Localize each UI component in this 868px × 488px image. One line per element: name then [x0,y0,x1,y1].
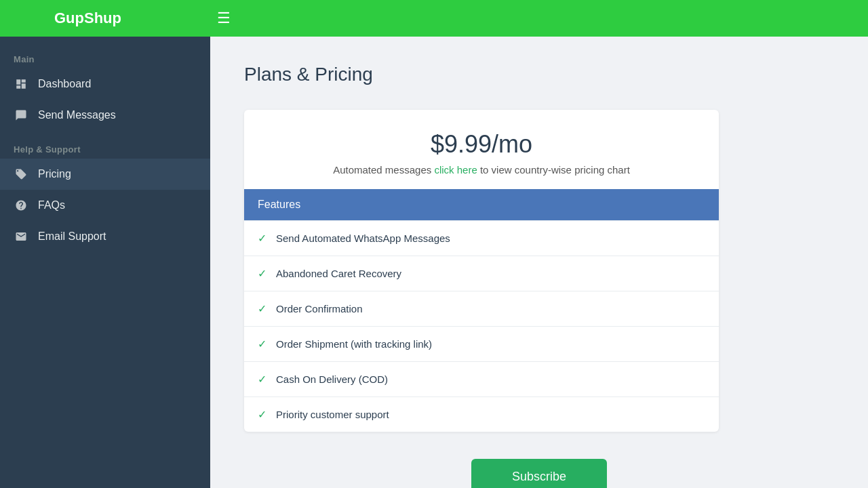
feature-row: ✓ Cash On Delivery (COD) [244,361,719,396]
feature-row: ✓ Order Shipment (with tracking link) [244,326,719,361]
hamburger-icon[interactable]: ☰ [217,9,231,27]
price-header: $9.99/mo Automated messages click here t… [244,110,719,189]
sidebar-help-label: Help & Support [0,138,210,159]
check-icon-6: ✓ [258,408,267,421]
check-icon-3: ✓ [258,302,267,315]
main-layout: Main Dashboard Send Messages Help & Supp… [0,37,868,488]
feature-label-3: Order Confirmation [276,303,363,314]
price-subtitle-before: Automated messages [333,164,434,176]
send-messages-label: Send Messages [38,109,116,121]
top-header: GupShup ☰ [0,0,868,37]
sidebar-item-pricing[interactable]: Pricing [0,159,210,190]
check-icon-4: ✓ [258,338,267,350]
email-icon [14,230,28,243]
check-icon-5: ✓ [258,373,267,386]
feature-row: ✓ Order Confirmation [244,291,719,326]
sidebar: Main Dashboard Send Messages Help & Supp… [0,37,210,488]
pricing-card: $9.99/mo Automated messages click here t… [244,110,719,432]
sidebar-main-label: Main [0,47,210,68]
feature-label-5: Cash On Delivery (COD) [276,373,388,385]
feature-label-2: Abandoned Caret Recovery [276,268,401,279]
email-support-label: Email Support [38,230,106,243]
feature-label-4: Order Shipment (with tracking link) [276,338,432,350]
sidebar-item-dashboard[interactable]: Dashboard [0,68,210,100]
features-header: Features [244,189,719,220]
help-icon [14,199,28,211]
main-content: Plans & Pricing $9.99/mo Automated messa… [210,37,868,488]
click-here-link[interactable]: click here [434,164,477,176]
feature-label-1: Send Automated WhatsApp Messages [276,232,450,244]
feature-label-6: Priority customer support [276,409,389,420]
logo: GupShup [54,9,121,27]
sidebar-item-email-support[interactable]: Email Support [0,221,210,252]
features-table: Features ✓ Send Automated WhatsApp Messa… [244,189,719,432]
dashboard-label: Dashboard [38,78,91,90]
sidebar-item-send-messages[interactable]: Send Messages [0,100,210,131]
feature-row: ✓ Send Automated WhatsApp Messages [244,220,719,256]
feature-row: ✓ Abandoned Caret Recovery [244,256,719,291]
price-subtitle-after: to view country-wise pricing chart [477,164,630,176]
page-title: Plans & Pricing [244,64,834,85]
feature-row: ✓ Priority customer support [244,396,719,432]
price-amount: $9.99/mo [258,130,705,159]
subscribe-section: Subscribe [244,459,834,488]
dashboard-icon [14,78,28,90]
pricing-label: Pricing [38,168,71,180]
price-subtitle: Automated messages click here to view co… [258,164,705,176]
tag-icon [14,168,28,180]
check-icon-1: ✓ [258,232,267,245]
chat-icon [14,109,28,121]
check-icon-2: ✓ [258,267,267,280]
sidebar-item-faqs[interactable]: FAQs [0,190,210,221]
subscribe-button[interactable]: Subscribe [471,459,607,488]
faqs-label: FAQs [38,199,65,211]
